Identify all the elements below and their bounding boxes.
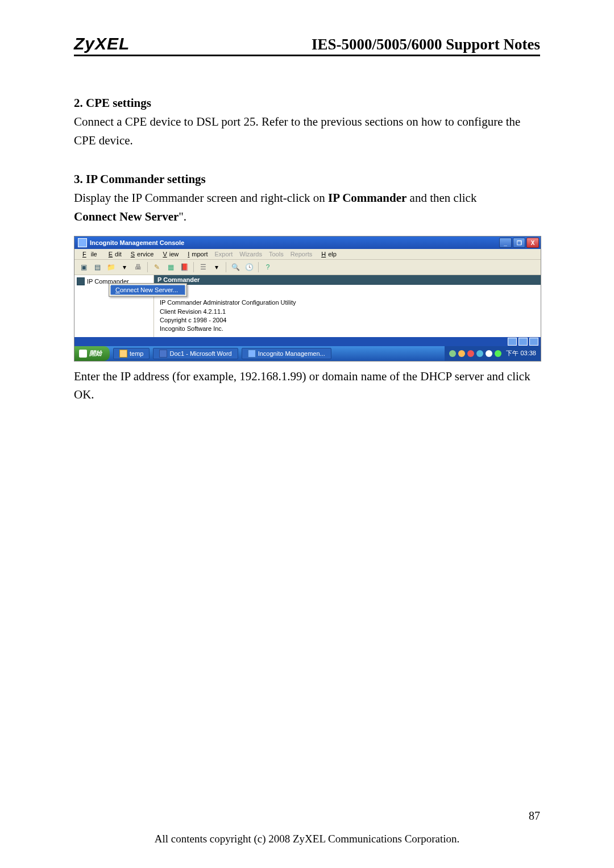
after-screenshot-paragraph: Enter the IP address (for example, 192.1…	[74, 367, 540, 404]
menu-tools: Tools	[267, 250, 286, 258]
section-2-heading: 2. CPE settings	[74, 96, 540, 110]
section-2-paragraph: Connect a CPE device to DSL port 25. Ref…	[74, 113, 540, 149]
taskbar-item-label: temp	[130, 350, 143, 357]
taskbar-item-incognito[interactable]: Incognito Managemen...	[242, 348, 331, 359]
toolbar-separator	[147, 262, 148, 272]
section3-bold1: IP Commander	[328, 191, 406, 205]
menu-bar: File Edit Service View Import Export Wiz…	[74, 249, 541, 260]
logo: ZyXEL	[74, 34, 130, 53]
window-title: Incognito Management Console	[90, 239, 184, 246]
detail-line-4: Incognito Software Inc.	[160, 325, 535, 333]
tree-pane: IP Commander Connect New Server...	[74, 275, 154, 337]
toolbar-book-icon[interactable]: 📕	[179, 261, 190, 273]
toolbar: ▣ ▤ 📁 ▾ 🖶 ✎ ▦ 📕 ☰ ▾ 🔍 🕓 ?	[74, 260, 541, 275]
toolbar-clock-icon[interactable]: 🕓	[243, 261, 255, 273]
tray-icon[interactable]	[495, 350, 501, 357]
toolbar-icon-1[interactable]: ▣	[78, 261, 89, 273]
status-bar	[74, 337, 541, 346]
maximize-button[interactable]: ❐	[513, 238, 525, 248]
window-titlebar[interactable]: Incognito Management Console _ ❐ X	[74, 236, 541, 249]
toolbar-print-icon[interactable]: 🖶	[132, 261, 144, 273]
system-tray[interactable]: 下午 03:38	[445, 346, 541, 361]
copyright-footer: All contents copyright (c) 2008 ZyXEL Co…	[0, 833, 614, 845]
tray-icon[interactable]	[449, 350, 456, 357]
tray-icon[interactable]	[486, 350, 492, 357]
minimize-button[interactable]: _	[499, 238, 512, 248]
status-icon-2	[518, 338, 528, 346]
menu-export: Export	[212, 250, 235, 258]
toolbar-separator-2	[193, 262, 194, 272]
section3-bold2: Connect New Server	[74, 210, 179, 223]
taskbar-item-label: Incognito Managemen...	[258, 350, 325, 357]
section-3-paragraph: Display the IP Commander screen and righ…	[74, 189, 540, 226]
context-menu-connect-new-server[interactable]: Connect New Server...	[110, 285, 185, 295]
status-icon-1	[508, 338, 517, 346]
menu-edit[interactable]: Edit	[104, 250, 124, 258]
start-button[interactable]: 開始	[74, 346, 110, 361]
taskbar-item-word[interactable]: Doc1 - Microsoft Word	[153, 348, 238, 359]
toolbar-icon-2[interactable]: ▤	[92, 261, 103, 273]
context-menu: Connect New Server...	[109, 283, 187, 297]
toolbar-pencil-icon[interactable]: ✎	[151, 261, 163, 273]
folder-icon	[119, 350, 127, 358]
windows-flag-icon	[79, 350, 87, 358]
detail-pane-header: P Commander	[154, 275, 541, 285]
detail-line-1: IP Commander Administrator Configuration…	[160, 298, 535, 307]
menu-wizards: Wizards	[237, 250, 264, 258]
page-number: 87	[529, 809, 540, 823]
start-button-label: 開始	[89, 349, 102, 358]
section-3-heading: 3. IP Commander settings	[74, 172, 540, 186]
close-button[interactable]: X	[526, 238, 539, 248]
section3-pre: Display the IP Commander screen and righ…	[74, 191, 328, 205]
tray-icon[interactable]	[458, 350, 465, 357]
menu-service[interactable]: Service	[126, 250, 156, 258]
app-task-icon	[248, 350, 256, 358]
taskbar-item-temp[interactable]: temp	[113, 348, 150, 359]
toolbar-grid-icon[interactable]: ▦	[165, 261, 176, 273]
menu-import[interactable]: Import	[183, 250, 210, 258]
taskbar-item-label: Doc1 - Microsoft Word	[169, 350, 231, 357]
app-screenshot: Incognito Management Console _ ❐ X File …	[74, 236, 541, 362]
detail-line-3: Copyright c 1998 - 2004	[160, 316, 535, 325]
toolbar-list-icon[interactable]: ☰	[197, 261, 209, 273]
toolbar-folder-icon[interactable]: 📁	[105, 261, 117, 273]
tree-node-icon	[77, 277, 85, 285]
section3-mid: and then click	[406, 191, 476, 205]
menu-help[interactable]: Help	[317, 250, 339, 258]
detail-line-2: Client Revision 4.2.11.1	[160, 308, 535, 316]
content-area: IP Commander Connect New Server... P Com…	[74, 275, 541, 337]
toolbar-separator-3	[226, 262, 226, 272]
word-icon	[159, 350, 167, 358]
toolbar-dropdown-icon[interactable]: ▾	[119, 261, 130, 273]
tray-icon[interactable]	[467, 350, 474, 357]
page-header: ZyXEL IES-5000/5005/6000 Support Notes	[74, 34, 540, 56]
detail-pane: P Commander IP Commander Administrator C…	[154, 275, 541, 337]
menu-view[interactable]: View	[158, 250, 181, 258]
taskbar-clock: 下午 03:38	[506, 349, 536, 358]
doc-title: IES-5000/5005/6000 Support Notes	[312, 36, 540, 53]
section3-post: ".	[179, 210, 186, 223]
toolbar-separator-4	[258, 262, 259, 272]
status-icon-3	[529, 338, 538, 346]
taskbar: 開始 temp Doc1 - Microsoft Word Incognito …	[74, 346, 541, 361]
tray-icon[interactable]	[476, 350, 483, 357]
toolbar-zoom-icon[interactable]: 🔍	[230, 261, 241, 273]
toolbar-help-icon[interactable]: ?	[262, 261, 273, 273]
menu-reports: Reports	[288, 250, 315, 258]
toolbar-dropdown-2-icon[interactable]: ▾	[211, 261, 222, 273]
app-icon	[78, 238, 87, 247]
menu-file[interactable]: File	[78, 250, 102, 258]
